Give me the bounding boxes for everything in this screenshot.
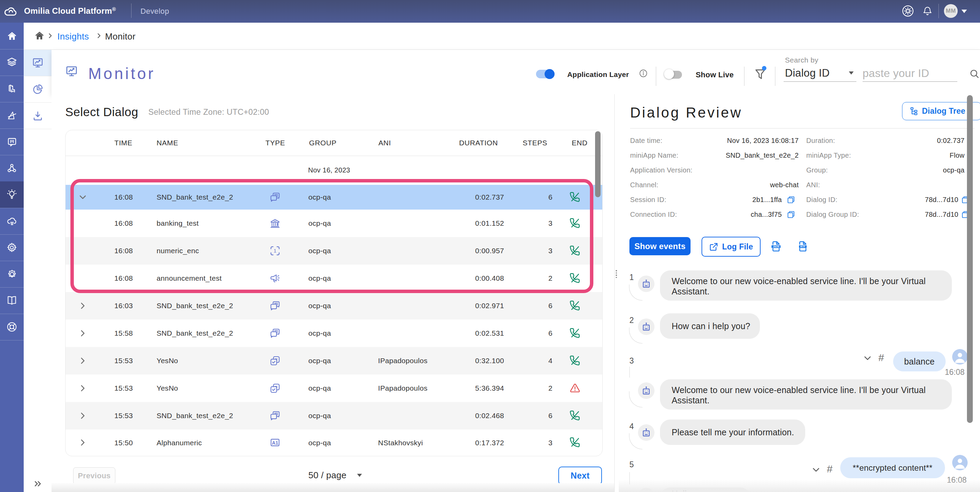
svg-text:RTF: RTF [800,245,805,248]
svg-text:JSON: JSON [773,245,780,248]
svg-text:A1: A1 [272,440,278,446]
